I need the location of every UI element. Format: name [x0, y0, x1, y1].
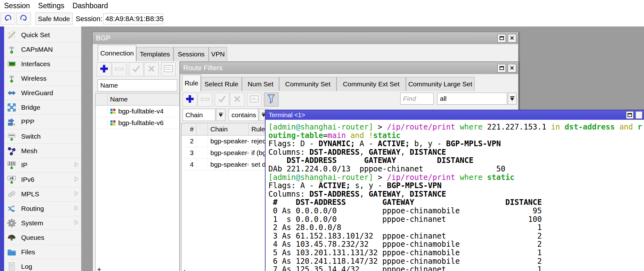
- bgp-remove-button[interactable]: [112, 62, 126, 76]
- route-filters-add-button[interactable]: [183, 93, 197, 107]
- bgp-enable-button[interactable]: [129, 62, 143, 76]
- menu-item-session[interactable]: Session: [0, 1, 34, 11]
- terminal-console[interactable]: [admin@shanghai-router] > /ip/route/prin…: [266, 120, 644, 271]
- folder-icon: [7, 247, 17, 257]
- main-toolbar: Safe Mode Session: 48:A9:8A:91:B8:35: [0, 11, 644, 27]
- redo-button[interactable]: [16, 13, 31, 25]
- sidebar-item-bridge[interactable]: Bridge: [4, 100, 81, 115]
- terminal-partial-button[interactable]: [635, 111, 642, 119]
- route-filters-enable-button[interactable]: [215, 93, 229, 107]
- sidebar-item-label: CAPsMAN: [21, 46, 53, 53]
- bgp-instance-icon: [110, 108, 116, 114]
- terminal-line: 0 As 0.0.0.0/0 pppoe-chinamobile 95: [268, 207, 644, 215]
- route-filters-tab-select-rule[interactable]: Select Rule: [201, 77, 242, 91]
- sidebar-item-switch[interactable]: Switch: [4, 129, 81, 144]
- terminal-window: Terminal <1> [admin@shanghai-router] > /…: [265, 110, 644, 271]
- sidebar-item-quick-set[interactable]: Quick Set: [4, 28, 81, 43]
- terminal-line: 3 As 61.152.183.101/32 pppoe-chinanet 2: [268, 232, 644, 240]
- sidebar-item-interfaces[interactable]: Interfaces: [4, 57, 81, 72]
- sidebar-item-mesh[interactable]: Mesh: [4, 144, 81, 158]
- sidebar-item-label: System: [21, 219, 43, 227]
- sidebar: Quick SetCAPsMANInterfacesWirelessWireGu…: [4, 26, 81, 271]
- bgp-close-button[interactable]: ×: [508, 34, 516, 43]
- submenu-arrow-icon: [74, 162, 79, 169]
- sidebar-item-label: Log: [21, 263, 32, 270]
- sidebar-item-ipv6[interactable]: v6IPv6: [4, 173, 81, 187]
- undo-button[interactable]: [1, 13, 15, 25]
- bgp-tab-sessions[interactable]: Sessions: [173, 47, 209, 61]
- terminal-maximize-button[interactable]: [626, 111, 634, 119]
- terminal-line: DST-ADDRESS GATEWAY DISTANCE: [268, 156, 644, 165]
- route-filters-remove-button[interactable]: [198, 93, 212, 107]
- bgp-tab-vpn[interactable]: VPN: [209, 47, 227, 61]
- sidebar-item-queues[interactable]: Queues: [4, 230, 81, 245]
- route-filters-tab-community-set[interactable]: Community Set: [279, 77, 337, 91]
- bgp-add-button[interactable]: [97, 62, 111, 76]
- disable-icon: [147, 65, 155, 74]
- terminal-line: DAb 221.224.0.0/13 pppoe-chinanet 50: [268, 165, 644, 173]
- route-filters-tab-community-large-set[interactable]: Community Large Set: [406, 77, 475, 91]
- route-filters-close-button[interactable]: ×: [508, 64, 516, 72]
- view-scope-dropdown-button[interactable]: [508, 93, 517, 105]
- sidebar-item-files[interactable]: Files: [4, 245, 81, 259]
- rule-chain-cell: bgp-speaker-...: [208, 136, 249, 147]
- gauge-icon: [7, 233, 17, 243]
- bgp-window-titlebar[interactable]: BGP ×: [93, 32, 518, 44]
- close-icon: ×: [510, 65, 514, 72]
- maximize-icon: [628, 113, 632, 117]
- route-filters-comment-button[interactable]: [247, 93, 261, 107]
- sidebar-item-wireguard[interactable]: WireGuard: [4, 86, 81, 101]
- terminal-line: [admin@shanghai-router] > /ip/route/prin…: [268, 173, 644, 182]
- safe-mode-button[interactable]: Safe Mode: [35, 13, 73, 25]
- terminal-line: outing-table=main and !static: [268, 131, 644, 140]
- menu-item-settings[interactable]: Settings: [34, 1, 68, 11]
- route-filters-column-header-number[interactable]: #: [182, 123, 196, 135]
- terminal-line: Flags: D - DYNAMIC; A - ACTIVE; b, y - B…: [268, 140, 644, 148]
- sidebar-item-ppp[interactable]: PPP: [4, 115, 81, 129]
- route-filters-column-header-chain[interactable]: Chain: [208, 123, 249, 135]
- rule-flags-cell: [196, 136, 208, 147]
- filter-column-dropdown[interactable]: Chain: [183, 109, 215, 121]
- add-icon: [185, 94, 195, 105]
- filter-column-dropdown-button[interactable]: [216, 109, 225, 121]
- bgp-maximize-button[interactable]: [497, 34, 506, 43]
- menu-item-dashboard[interactable]: Dashboard: [68, 1, 112, 11]
- sidebar-item-capsman[interactable]: CAPsMAN: [4, 43, 81, 57]
- bgp-name-filter-input[interactable]: Name: [97, 79, 177, 91]
- bgp-window-title: BGP: [96, 34, 495, 42]
- sidebar-item-label: Files: [21, 248, 35, 256]
- view-scope-dropdown[interactable]: all: [437, 93, 507, 105]
- route-filters-filter-button[interactable]: [264, 93, 278, 107]
- sidebar-item-wireless[interactable]: Wireless: [4, 72, 81, 86]
- terminal-window-titlebar[interactable]: Terminal <1>: [266, 110, 644, 120]
- bgp-column-header-name[interactable]: Name: [108, 93, 190, 105]
- route-filters-tab-rule[interactable]: Rule: [182, 75, 201, 91]
- sidebar-item-label: Wireless: [21, 75, 47, 82]
- find-input[interactable]: Find: [400, 93, 434, 105]
- ppp-icon: [7, 117, 17, 127]
- route-filters-maximize-button[interactable]: [497, 64, 506, 72]
- terminal-line: Flags: A - ACTIVE; s, y - BGP-MPLS-VPN: [268, 182, 644, 190]
- bgp-comment-button[interactable]: [161, 62, 176, 76]
- sidebar-item-routing[interactable]: Routing: [4, 202, 81, 216]
- route-filters-tab-num-set[interactable]: Num Set: [242, 77, 279, 91]
- bgp-row-flags-cell: [96, 117, 108, 129]
- sidebar-item-ip[interactable]: 255IP: [4, 158, 81, 173]
- route-filters-column-header-flags[interactable]: [196, 123, 208, 135]
- sidebar-item-system[interactable]: System: [4, 216, 81, 231]
- bgp-column-header-flags[interactable]: [96, 93, 108, 105]
- session-value-field[interactable]: 48:A9:8A:91:B8:35: [103, 13, 163, 24]
- route-filters-disable-button[interactable]: [230, 93, 244, 107]
- route-filters-tab-community-ext-set[interactable]: Community Ext Set: [337, 77, 406, 91]
- bgp-tab-connection[interactable]: Connection: [98, 45, 136, 61]
- bgp-tab-templates[interactable]: Templates: [136, 47, 173, 61]
- route-filters-window-titlebar[interactable]: Route Filters ×: [180, 62, 518, 74]
- bgp-disable-button[interactable]: [144, 62, 159, 76]
- svg-text:v6: v6: [9, 176, 14, 180]
- sidebar-item-mpls[interactable]: MPLS: [4, 187, 81, 202]
- chevron-down-icon: [510, 96, 514, 101]
- sidebar-item-log[interactable]: Log: [4, 259, 81, 271]
- rule-number-cell: 3: [182, 147, 196, 159]
- filter-operator-dropdown[interactable]: contains: [229, 109, 258, 121]
- submenu-arrow-icon: [74, 191, 79, 198]
